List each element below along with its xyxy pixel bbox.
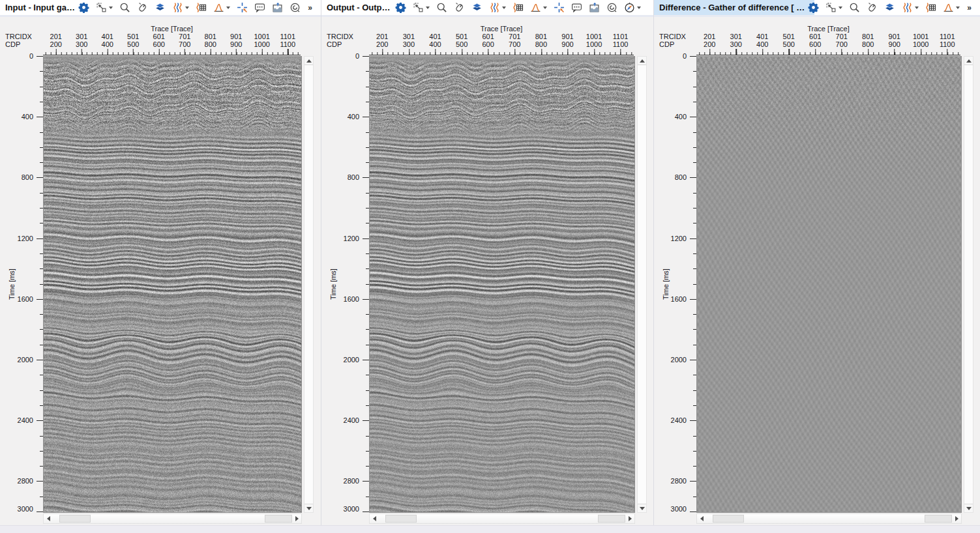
chevron-down-icon[interactable]: [502, 7, 506, 9]
image-export-icon[interactable]: [272, 2, 283, 14]
seismic-image[interactable]: [696, 56, 962, 513]
cdp-tick-value: 300: [396, 40, 423, 48]
amplitude-histogram-icon[interactable]: [943, 2, 960, 14]
panel-output-body: Trace [Trace] TRCIDX 2013014015016017018…: [321, 17, 653, 533]
annotation-icon[interactable]: [571, 2, 582, 14]
selection-mode-icon[interactable]: [825, 2, 842, 14]
scrollbar-track[interactable]: [379, 514, 625, 523]
scroll-up-button[interactable]: [964, 57, 973, 65]
polarity-spiral-icon[interactable]: [290, 2, 301, 14]
status-strip: [0, 525, 980, 533]
chevron-down-icon[interactable]: [956, 7, 960, 9]
gear-icon[interactable]: [78, 2, 89, 14]
scrollbar-range-thumb[interactable]: [598, 515, 625, 523]
cdp-tick-value: 800: [198, 40, 224, 48]
vertical-scrollbar[interactable]: [637, 56, 647, 513]
scrollbar-thumb[interactable]: [713, 515, 744, 523]
horizontal-scrollbar[interactable]: [696, 513, 962, 524]
mouse-pan-icon[interactable]: [454, 2, 465, 14]
cdp-tick-value: 700: [829, 40, 855, 48]
wiggle-traces-icon[interactable]: [902, 2, 919, 14]
scroll-right-button[interactable]: [292, 514, 301, 523]
scroll-right-button[interactable]: [625, 514, 634, 523]
time-tick-label: 1600: [321, 295, 359, 303]
trace-table-icon[interactable]: [196, 2, 207, 14]
trace-tick-value: 501: [121, 33, 147, 40]
vertical-scrollbar[interactable]: [304, 56, 314, 513]
scrollbar-range-thumb[interactable]: [925, 515, 952, 523]
layers-icon[interactable]: [884, 2, 895, 14]
horizontal-scrollbar[interactable]: [369, 513, 635, 524]
toolbar-overflow-button[interactable]: »: [308, 3, 312, 12]
scroll-left-button[interactable]: [370, 514, 379, 523]
gear-icon[interactable]: [808, 2, 819, 14]
trace-table-icon[interactable]: [925, 2, 936, 14]
cdp-tick-value: 200: [43, 40, 69, 48]
chevron-down-icon[interactable]: [839, 7, 842, 9]
trace-tick-value: 701: [172, 33, 198, 40]
trace-tick-value: 1001: [908, 33, 934, 40]
selection-mode-icon[interactable]: [96, 2, 113, 14]
zoom-icon[interactable]: [436, 2, 447, 14]
mouse-pan-icon[interactable]: [137, 2, 148, 14]
zoom-icon[interactable]: [849, 2, 860, 14]
trace-table-icon[interactable]: [512, 2, 524, 14]
panel-title: Difference - Gather of difference [ F...: [659, 3, 805, 12]
chevron-down-icon[interactable]: [543, 7, 547, 9]
trace-tick-value: 201: [696, 33, 723, 40]
chevron-down-icon[interactable]: [185, 7, 189, 9]
horizontal-scrollbar[interactable]: [43, 513, 302, 524]
layers-icon[interactable]: [155, 2, 166, 14]
scrollbar-thumb[interactable]: [385, 515, 417, 523]
scroll-up-button[interactable]: [638, 57, 646, 65]
panel-output-toolbar: Output - Output ...: [321, 0, 653, 17]
scrollbar-track[interactable]: [53, 514, 292, 523]
trcidx-row-label: TRCIDX: [327, 33, 353, 40]
trace-tick-value: 201: [369, 33, 396, 40]
amplitude-histogram-icon[interactable]: [213, 2, 230, 14]
scroll-left-button[interactable]: [697, 514, 706, 523]
mouse-pan-icon[interactable]: [867, 2, 878, 14]
panel-difference: Difference - Gather of difference [ F...…: [654, 0, 980, 533]
time-tick-label: 400: [654, 113, 687, 121]
chevron-down-icon[interactable]: [109, 7, 113, 9]
chevron-down-icon[interactable]: [426, 7, 430, 9]
scroll-down-button[interactable]: [964, 504, 973, 512]
scroll-down-button[interactable]: [304, 504, 313, 512]
amplitude-histogram-icon[interactable]: [530, 2, 547, 14]
vertical-scrollbar[interactable]: [964, 56, 973, 513]
scroll-left-button[interactable]: [44, 514, 53, 523]
cdp-tick-value: 900: [554, 40, 581, 48]
cdp-row-label: CDP: [659, 40, 674, 48]
seismic-image[interactable]: [369, 56, 635, 513]
annotation-icon[interactable]: [254, 2, 265, 14]
scrollbar-range-thumb[interactable]: [265, 515, 292, 523]
compass-icon[interactable]: [624, 2, 641, 14]
chevron-down-icon[interactable]: [226, 7, 230, 9]
wiggle-traces-icon[interactable]: [172, 2, 189, 14]
panel-title: Output - Output ...: [327, 3, 392, 12]
crosshair-pick-icon[interactable]: [237, 2, 248, 14]
layers-icon[interactable]: [471, 2, 483, 14]
cdp-tick-value: 1000: [249, 40, 275, 48]
seismic-image[interactable]: [43, 56, 302, 513]
scrollbar-track[interactable]: [706, 514, 952, 523]
crosshair-pick-icon[interactable]: [554, 2, 565, 14]
chevron-down-icon[interactable]: [915, 7, 919, 9]
time-tick-label: 2400: [321, 416, 359, 424]
gear-icon[interactable]: [395, 2, 406, 14]
zoom-icon[interactable]: [119, 2, 130, 14]
selection-mode-icon[interactable]: [413, 2, 430, 14]
toolbar-overflow-button[interactable]: »: [967, 3, 971, 12]
polarity-spiral-icon[interactable]: [606, 2, 617, 14]
scroll-up-button[interactable]: [304, 57, 313, 65]
wiggle-traces-icon[interactable]: [489, 2, 506, 14]
scroll-right-button[interactable]: [952, 514, 961, 523]
trace-tick-value: 1001: [581, 33, 608, 40]
scroll-down-button[interactable]: [638, 504, 646, 512]
trace-tick-value: 401: [95, 33, 121, 40]
scrollbar-thumb[interactable]: [59, 515, 91, 523]
image-export-icon[interactable]: [589, 2, 600, 14]
chevron-down-icon[interactable]: [637, 7, 641, 9]
toolbar-icons: »: [805, 2, 975, 14]
